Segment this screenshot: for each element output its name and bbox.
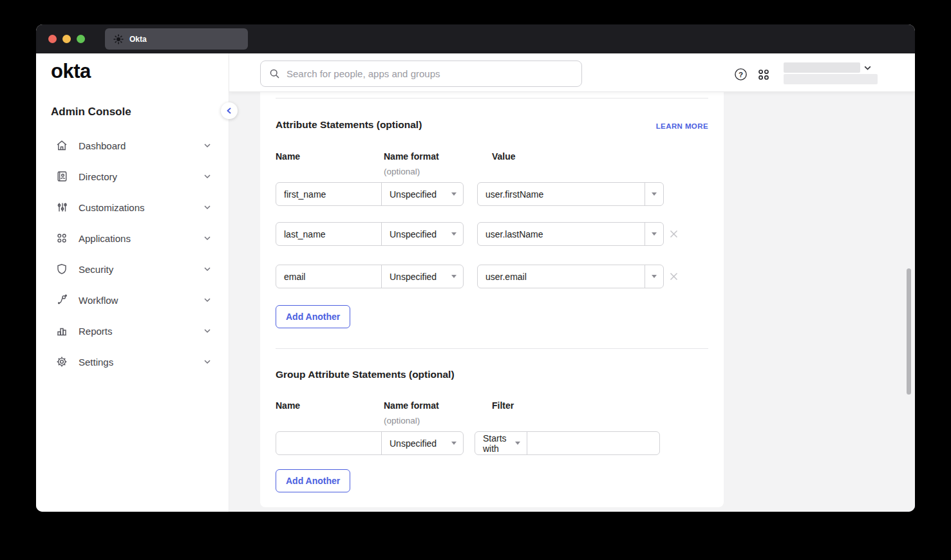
bar-chart-icon — [55, 324, 68, 337]
column-header-name-format: Name format — [384, 151, 439, 162]
sidebar-item-workflow[interactable]: Workflow — [36, 285, 229, 315]
content-area: Attribute Statements (optional) LEARN MO… — [229, 92, 915, 512]
sidebar-item-settings[interactable]: Settings — [36, 346, 229, 377]
home-icon — [55, 139, 68, 152]
account-menu-button[interactable] — [863, 63, 872, 73]
search-input[interactable] — [287, 68, 573, 79]
admin-console-title: Admin Console — [51, 106, 131, 118]
divider — [276, 98, 708, 98]
sidebar-item-directory[interactable]: Directory — [36, 161, 229, 192]
close-icon — [669, 272, 679, 281]
dropdown-arrow-icon — [451, 442, 457, 445]
add-another-button[interactable]: Add Another — [276, 305, 350, 328]
redacted-account-org — [784, 74, 878, 84]
remove-row-button[interactable] — [668, 271, 679, 281]
attribute-row: Unspecified — [276, 265, 464, 288]
close-window-button[interactable] — [48, 35, 57, 43]
zoom-window-button[interactable] — [77, 35, 85, 43]
group-attribute-row: Unspecified — [276, 431, 464, 455]
chevron-down-icon — [203, 141, 212, 150]
group-name-input[interactable] — [276, 432, 381, 454]
attribute-name-input[interactable] — [276, 223, 381, 245]
name-format-value: Unspecified — [390, 438, 437, 449]
help-button[interactable]: ? — [734, 68, 748, 81]
attribute-value-input[interactable] — [478, 265, 645, 288]
workflow-icon — [55, 294, 68, 306]
chevron-down-icon — [203, 357, 212, 366]
shield-icon — [55, 263, 68, 275]
dropdown-arrow-icon — [652, 232, 657, 236]
value-dropdown-button[interactable] — [645, 223, 663, 245]
remove-row-button[interactable] — [668, 229, 679, 239]
svg-text:?: ? — [739, 71, 743, 79]
search-box[interactable] — [260, 61, 582, 87]
topbar: ? — [229, 53, 915, 92]
vertical-scrollbar[interactable] — [907, 268, 911, 395]
minimize-window-button[interactable] — [62, 35, 71, 43]
sidebar-item-applications[interactable]: Applications — [36, 223, 229, 254]
directory-icon — [55, 170, 68, 183]
attribute-value-group — [477, 182, 664, 206]
learn-more-link[interactable]: LEARN MORE — [656, 122, 708, 130]
apps-launcher-button[interactable] — [757, 68, 770, 81]
chevron-down-icon — [863, 63, 872, 73]
name-format-select[interactable]: Unspecified — [381, 223, 463, 245]
help-icon: ? — [734, 68, 748, 81]
name-format-select[interactable]: Unspecified — [381, 265, 463, 288]
filter-type-select[interactable]: Starts with — [475, 432, 527, 454]
column-header-value: Value — [492, 151, 516, 162]
value-dropdown-button[interactable] — [645, 265, 663, 288]
group-filter-group: Starts with — [475, 431, 660, 455]
column-note-optional: (optional) — [384, 167, 420, 176]
dropdown-arrow-icon — [652, 192, 657, 196]
name-format-select[interactable]: Unspecified — [381, 432, 463, 454]
attribute-value-group — [477, 222, 664, 246]
okta-logo: okta — [51, 61, 91, 81]
tab-title: Okta — [129, 35, 147, 44]
add-another-button[interactable]: Add Another — [276, 469, 350, 492]
name-format-value: Unspecified — [390, 272, 437, 282]
chevron-left-icon — [225, 107, 233, 115]
column-header-name-format: Name format — [384, 400, 439, 411]
app-shell: okta Admin Console Dashboard — [36, 53, 915, 512]
name-format-select[interactable]: Unspecified — [381, 183, 463, 205]
sidebar-item-dashboard[interactable]: Dashboard — [36, 130, 229, 161]
search-icon — [269, 68, 280, 79]
chevron-down-icon — [203, 265, 212, 274]
okta-favicon-icon — [113, 34, 124, 44]
saml-settings-card: Attribute Statements (optional) LEARN MO… — [260, 92, 724, 507]
sidebar-collapse-button[interactable] — [221, 102, 238, 119]
dropdown-arrow-icon — [652, 275, 657, 278]
column-header-name: Name — [276, 151, 300, 162]
sidebar: okta Admin Console Dashboard — [36, 53, 229, 512]
filter-value-input[interactable] — [527, 432, 659, 454]
attribute-value-input[interactable] — [478, 223, 645, 245]
chevron-down-icon — [203, 295, 212, 304]
dropdown-arrow-icon — [451, 232, 457, 236]
chevron-down-icon — [203, 203, 212, 212]
sidebar-nav: Dashboard Directory — [36, 130, 229, 377]
attribute-row: Unspecified — [276, 222, 464, 246]
sidebar-item-security[interactable]: Security — [36, 254, 229, 285]
sidebar-item-customizations[interactable]: Customizations — [36, 192, 229, 223]
browser-tab-okta[interactable]: Okta — [105, 28, 248, 50]
attribute-name-input[interactable] — [276, 183, 381, 205]
attribute-row: Unspecified — [276, 182, 464, 206]
attribute-name-input[interactable] — [276, 265, 381, 288]
attribute-value-input[interactable] — [478, 183, 645, 205]
sidebar-item-label: Reports — [79, 326, 203, 337]
sidebar-item-reports[interactable]: Reports — [36, 315, 229, 346]
name-format-value: Unspecified — [390, 189, 437, 200]
sidebar-item-label: Workflow — [79, 295, 203, 306]
sidebar-item-label: Applications — [79, 233, 203, 244]
browser-titlebar: Okta — [36, 24, 915, 53]
gear-icon — [55, 355, 68, 368]
dropdown-arrow-icon — [451, 192, 457, 196]
apps-grid-icon — [55, 232, 68, 245]
apps-grid-icon — [757, 68, 770, 81]
sliders-icon — [55, 201, 68, 214]
group-attribute-statements-title: Group Attribute Statements (optional) — [276, 369, 455, 380]
sidebar-item-label: Customizations — [79, 202, 203, 213]
value-dropdown-button[interactable] — [645, 183, 663, 205]
sidebar-item-label: Settings — [79, 357, 203, 368]
